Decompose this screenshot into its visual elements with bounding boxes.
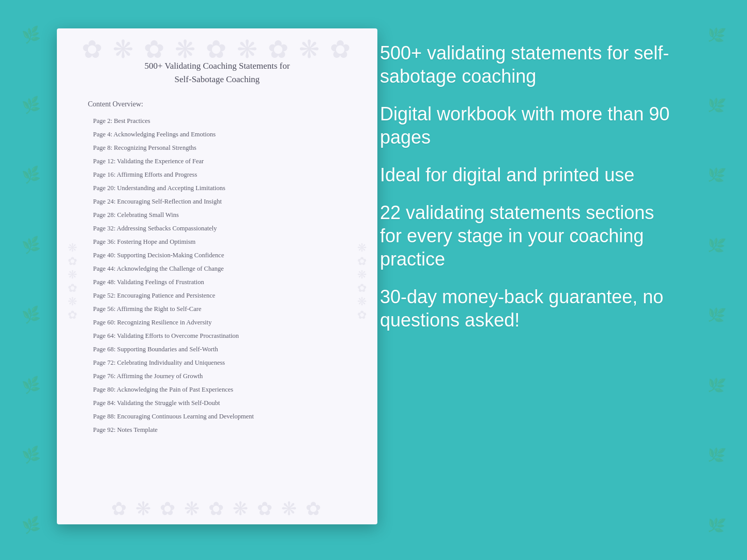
floral-sprig: 🌿 — [706, 95, 726, 115]
doc-side-decoration-right: ❋✿❋✿❋✿ — [346, 70, 377, 493]
toc-item: Page 32: Addressing Setbacks Compassiona… — [88, 223, 346, 234]
toc-item: Page 60: Recognizing Resilience in Adver… — [88, 317, 346, 328]
document-card: ✿ ❋ ✿ ❋ ✿ ❋ ✿ ❋ ✿ ✿ ❋ ✿ ❋ ✿ ❋ ✿ ❋ ✿ ❋✿❋✿… — [57, 28, 377, 524]
toc-item: Page 68: Supporting Boundaries and Self-… — [88, 344, 346, 354]
floral-sprig: 🌿 — [21, 235, 41, 255]
floral-sprig: 🌿 — [706, 165, 726, 185]
toc-item: Page 72: Celebrating Individuality and U… — [88, 357, 346, 368]
toc-list: Page 2: Best PracticesPage 4: Acknowledg… — [88, 116, 346, 435]
right-panel: 500+ validating statements for self-sabo… — [380, 31, 680, 332]
floral-sprig: 🌿 — [706, 445, 726, 465]
toc-item: Page 92: Notes Template — [88, 425, 346, 435]
floral-sprig: 🌿 — [21, 305, 41, 325]
toc-item: Page 76: Affirming the Journey of Growth — [88, 371, 346, 381]
toc-item: Page 64: Validating Efforts to Overcome … — [88, 331, 346, 341]
doc-content: 500+ Validating Coaching Statements for … — [88, 49, 346, 438]
feature-text-2: Digital workbook with more than 90 pages — [380, 102, 680, 149]
floral-sprig: 🌿 — [21, 165, 41, 185]
toc-item: Page 36: Fostering Hope and Optimism — [88, 237, 346, 247]
toc-item: Page 28: Celebrating Small Wins — [88, 210, 346, 220]
floral-decoration-right: 🌿 🌿 🌿 🌿 🌿 🌿 🌿 🌿 — [685, 0, 747, 560]
feature-text-4: 22 validating statements sections for ev… — [380, 201, 680, 271]
floral-sprig: 🌿 — [21, 445, 41, 465]
toc-item: Page 20: Understanding and Accepting Lim… — [88, 183, 346, 193]
floral-sprig: 🌿 — [706, 235, 726, 255]
toc-item: Page 8: Recognizing Personal Strengths — [88, 143, 346, 153]
toc-item: Page 88: Encouraging Continuous Learning… — [88, 411, 346, 422]
toc-item: Page 2: Best Practices — [88, 116, 346, 126]
feature-text-1: 500+ validating statements for self-sabo… — [380, 41, 680, 88]
toc-section-label: Content Overview: — [88, 100, 346, 108]
toc-item: Page 4: Acknowledging Feelings and Emoti… — [88, 129, 346, 139]
toc-item: Page 56: Affirming the Right to Self-Car… — [88, 304, 346, 314]
toc-item: Page 16: Affirming Efforts and Progress — [88, 169, 346, 180]
toc-item: Page 52: Encouraging Patience and Persis… — [88, 290, 346, 301]
doc-side-decoration-left: ❋✿❋✿❋✿ — [57, 70, 88, 493]
feature-text-5: 30-day money-back guarantee, no question… — [380, 285, 680, 332]
floral-sprig: 🌿 — [706, 305, 726, 325]
feature-text-3: Ideal for digital and printed use — [380, 163, 680, 186]
floral-sprig: 🌿 — [21, 25, 41, 45]
floral-sprig: 🌿 — [706, 375, 726, 395]
toc-item: Page 12: Validating the Experience of Fe… — [88, 156, 346, 166]
toc-item: Page 24: Encouraging Self-Reflection and… — [88, 196, 346, 207]
floral-sprig: 🌿 — [21, 95, 41, 115]
toc-item: Page 80: Acknowledging the Pain of Past … — [88, 384, 346, 395]
doc-bottom-decoration: ✿ ❋ ✿ ❋ ✿ ❋ ✿ ❋ ✿ — [57, 493, 377, 524]
toc-item: Page 44: Acknowledging the Challenge of … — [88, 263, 346, 274]
floral-sprig: 🌿 — [706, 25, 726, 45]
toc-item: Page 48: Validating Feelings of Frustrat… — [88, 277, 346, 287]
toc-item: Page 40: Supporting Decision-Making Conf… — [88, 250, 346, 260]
floral-decoration-left: 🌿 🌿 🌿 🌿 🌿 🌿 🌿 🌿 — [0, 0, 62, 560]
floral-sprig: 🌿 — [706, 515, 726, 535]
floral-sprig: 🌿 — [21, 375, 41, 395]
floral-sprig: 🌿 — [21, 515, 41, 535]
toc-item: Page 84: Validating the Struggle with Se… — [88, 398, 346, 408]
doc-title: 500+ Validating Coaching Statements for … — [88, 59, 346, 86]
